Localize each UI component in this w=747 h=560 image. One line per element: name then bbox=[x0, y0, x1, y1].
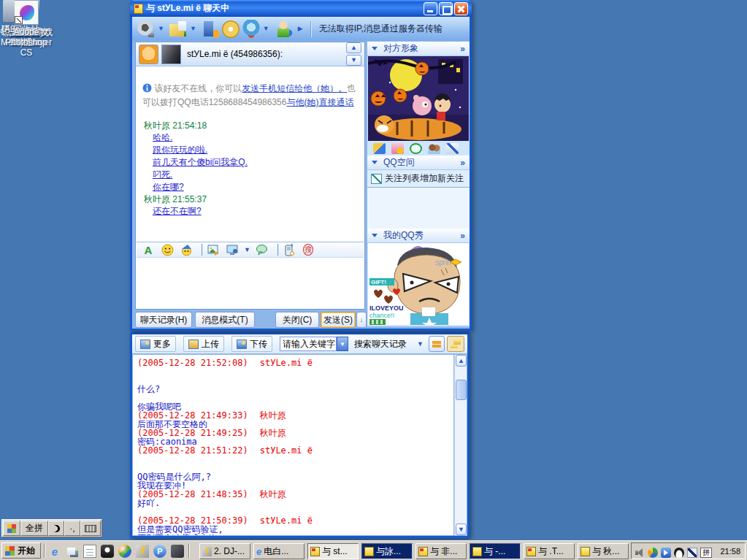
more-button[interactable]: 更多 bbox=[135, 336, 176, 352]
music-cd-icon[interactable] bbox=[222, 20, 240, 38]
video-chat-icon[interactable] bbox=[137, 20, 156, 39]
refresh-icon[interactable] bbox=[410, 143, 422, 154]
scrollbar-down-button[interactable]: ▼ bbox=[456, 523, 467, 535]
qzone-link-row[interactable]: 关注列表增加新关注 bbox=[367, 170, 470, 188]
qq-face-avatar[interactable] bbox=[139, 45, 158, 64]
quicklaunch-popo-icon[interactable]: P bbox=[153, 545, 166, 558]
send-button[interactable]: 发送(S) bbox=[321, 312, 356, 328]
scrollbar-thumb[interactable] bbox=[456, 380, 467, 400]
chat-message-line[interactable]: 你在哪? bbox=[142, 181, 358, 193]
mobile-message-icon[interactable] bbox=[201, 20, 220, 39]
quicklaunch-app-icon[interactable] bbox=[171, 545, 184, 558]
quicklaunch-show-desktop-icon[interactable] bbox=[66, 545, 79, 558]
task-chat-yong[interactable]: 与詠... bbox=[361, 543, 413, 559]
combo-dropdown-icon[interactable]: ▼ bbox=[337, 337, 348, 351]
search-dropdown-icon[interactable]: ▼ bbox=[417, 341, 424, 348]
message-input-area[interactable] bbox=[137, 258, 364, 308]
font-format-icon[interactable]: A bbox=[141, 242, 156, 257]
clock[interactable]: 21:58 bbox=[720, 547, 740, 556]
chat-message-line[interactable]: 哈哈. bbox=[142, 131, 358, 144]
flashget-tray-icon[interactable] bbox=[661, 548, 671, 558]
task-winamp[interactable]: 2. DJ-... bbox=[199, 543, 250, 559]
edit-paint-icon[interactable] bbox=[446, 143, 459, 154]
expand-icon[interactable]: » bbox=[460, 44, 465, 54]
chat-titlebar[interactable]: 与 stУLe.mi ё 聊天中 bbox=[130, 0, 472, 17]
fullwidth-moon-icon[interactable] bbox=[48, 521, 64, 536]
task-chat-qiu[interactable]: 与 秋... bbox=[578, 543, 629, 559]
add-friend-icon[interactable] bbox=[274, 20, 293, 39]
send-file-icon[interactable] bbox=[169, 20, 188, 39]
keyword-input[interactable]: 请输入关键字 bbox=[280, 337, 337, 351]
split-view-button[interactable] bbox=[429, 336, 445, 352]
quicklaunch-foobar-icon[interactable] bbox=[101, 545, 114, 558]
capture-dropdown-icon[interactable]: ▼ bbox=[244, 247, 250, 253]
show-picture-icon[interactable] bbox=[373, 143, 386, 154]
dress-up-icon[interactable] bbox=[391, 143, 404, 154]
peer-show-section-header[interactable]: 对方形象 » bbox=[367, 42, 470, 56]
quicklaunch-wmp-icon[interactable] bbox=[118, 545, 131, 558]
emoticon-icon[interactable] bbox=[160, 242, 175, 257]
ime-indicator[interactable]: 拼 bbox=[700, 548, 712, 558]
history-content[interactable]: (2005-12-28 21:52:08)stУLe.mi ё 什么? 你骗我呢… bbox=[133, 355, 453, 535]
minimize-button[interactable] bbox=[424, 2, 437, 15]
volume-icon[interactable] bbox=[635, 548, 645, 558]
send-sms-link[interactable]: 发送手机短信给他（她）。 bbox=[242, 83, 347, 93]
ime-mode-button[interactable]: 全拼 bbox=[20, 521, 48, 536]
chat-history-button[interactable]: 聊天记录(H) bbox=[135, 312, 192, 328]
punctuation-button[interactable]: ·, bbox=[64, 521, 80, 536]
scroll-down-button[interactable]: ▼ bbox=[346, 55, 361, 66]
keyword-combobox[interactable]: 请输入关键字 ▼ bbox=[280, 337, 348, 351]
my-show-section-header[interactable]: 我的QQ秀 » bbox=[367, 229, 470, 243]
qq-penguin-tray-icon[interactable] bbox=[674, 548, 684, 558]
search-icon[interactable]: 搜 bbox=[301, 242, 315, 257]
desktop-icon-partial-a34[interactable]: {A34 bbox=[0, 0, 15, 34]
task-chat-dash[interactable]: 与 -... bbox=[470, 543, 521, 559]
task-ie-page[interactable]: e 电白... bbox=[253, 543, 304, 559]
expand-icon[interactable]: » bbox=[460, 158, 465, 168]
chat-message-line[interactable]: 还在不在啊? bbox=[142, 205, 358, 218]
network-globe-tray-icon[interactable] bbox=[648, 548, 658, 558]
close-chat-button[interactable]: 关闭(C) bbox=[275, 312, 319, 328]
qq-call-link[interactable]: 与他(她)直接通话 bbox=[286, 97, 353, 107]
chat-bubble-icon[interactable] bbox=[255, 242, 269, 257]
upload-button[interactable]: 上传 bbox=[183, 336, 224, 352]
mobile-phone-icon[interactable] bbox=[282, 242, 296, 257]
search-records-button[interactable]: 搜索聊天记录 bbox=[354, 338, 407, 350]
history-scrollbar[interactable]: ▲ ▼ bbox=[454, 355, 467, 535]
scrollbar-up-button[interactable]: ▲ bbox=[456, 355, 467, 367]
toolbar-expand-icon[interactable]: ▶ bbox=[298, 26, 303, 32]
video-dropdown-icon[interactable]: ▼ bbox=[158, 26, 164, 32]
chat-message-line[interactable]: 前几天有个傻bi问我拿Q. bbox=[142, 156, 358, 169]
show-dropdown-icon[interactable]: ▼ bbox=[263, 26, 269, 32]
close-button[interactable] bbox=[454, 2, 468, 15]
scroll-up-button[interactable]: ▲ bbox=[346, 42, 361, 53]
message-display-area[interactable]: 该好友不在线，你可以发送手机短信给他（她）。也可以拨打QQ电话125868845… bbox=[137, 67, 364, 242]
message-mode-button[interactable]: 消息模式(T) bbox=[195, 312, 255, 328]
send-options-button[interactable]: ↓ bbox=[356, 312, 367, 328]
task-chat-t[interactable]: 与 .T... bbox=[524, 543, 575, 559]
pen-tray-icon[interactable] bbox=[687, 548, 697, 558]
file-dropdown-icon[interactable]: ▼ bbox=[190, 26, 196, 32]
photo-album-icon[interactable] bbox=[428, 143, 440, 154]
soft-keyboard-icon[interactable] bbox=[80, 521, 101, 536]
send-picture-icon[interactable] bbox=[206, 242, 221, 257]
expand-icon[interactable]: » bbox=[460, 231, 465, 241]
chat-message-line[interactable]: 叼死. bbox=[142, 169, 358, 181]
ime-windows-icon[interactable] bbox=[3, 521, 20, 536]
tree-view-button[interactable] bbox=[447, 336, 464, 352]
task-chat-st[interactable]: 与 st... bbox=[307, 543, 359, 559]
task-chat-fei[interactable]: 与 非... bbox=[415, 543, 467, 559]
qq-show-icon[interactable] bbox=[242, 20, 261, 39]
start-button[interactable]: 开始 bbox=[1, 542, 41, 559]
chat-message-line[interactable]: 跟你玩玩的啦. bbox=[142, 144, 358, 156]
peer-photo-avatar[interactable] bbox=[161, 45, 181, 64]
quicklaunch-ie-icon[interactable]: e bbox=[48, 545, 61, 558]
maximize-button[interactable] bbox=[439, 2, 453, 15]
quicklaunch-winamp-icon[interactable] bbox=[136, 545, 149, 558]
qzone-follow-link[interactable]: 关注列表增加新关注 bbox=[385, 172, 464, 185]
screen-capture-icon[interactable] bbox=[225, 242, 240, 257]
qzone-section-header[interactable]: QQ空间 » bbox=[367, 156, 470, 170]
magic-expression-icon[interactable] bbox=[179, 242, 194, 257]
quicklaunch-notepad-icon[interactable] bbox=[83, 545, 96, 558]
download-button[interactable]: 下传 bbox=[231, 336, 272, 352]
